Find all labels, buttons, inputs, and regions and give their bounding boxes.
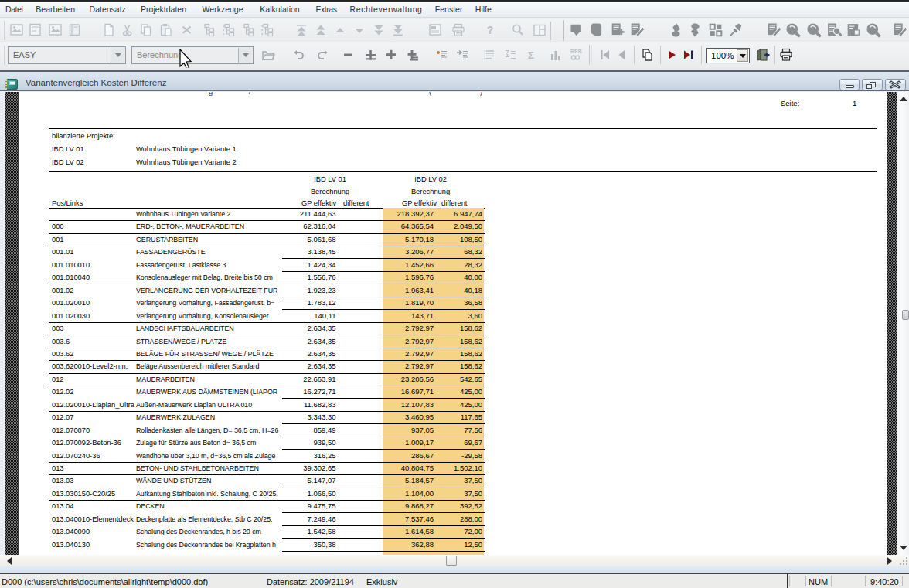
tb1-image[interactable]	[48, 22, 63, 38]
tb1-report[interactable]	[9, 22, 25, 38]
tb1-layout[interactable]	[532, 22, 547, 38]
tb1-up[interactable]	[332, 22, 348, 38]
tb1-edit2[interactable]	[766, 22, 781, 38]
mdi-titlebar: Variantenvergleich Kosten Differenz	[0, 72, 909, 91]
row24-pos: 013.04	[52, 502, 73, 510]
tb1-preview[interactable]	[427, 22, 443, 38]
tb2-golist2[interactable]	[455, 47, 471, 63]
tb1-pgdn[interactable]	[371, 22, 386, 38]
tb1-qmag3[interactable]	[866, 22, 881, 38]
tb2-plus[interactable]	[383, 47, 399, 63]
hatch-left	[5, 92, 19, 555]
combo-berechnung[interactable]: Berechnung	[131, 46, 254, 64]
menu-Extras[interactable]: Extras	[315, 5, 336, 14]
tb1-edit3[interactable]	[892, 22, 907, 38]
tb1-docF[interactable]	[846, 22, 861, 38]
vscroll	[897, 92, 909, 555]
tb1-bag[interactable]	[589, 22, 604, 38]
tb1-search[interactable]	[510, 22, 526, 38]
hthumb[interactable]	[446, 556, 457, 566]
tb2-golist1[interactable]	[434, 47, 450, 63]
tb1-docedit[interactable]	[629, 22, 645, 38]
tb2-plusdoc[interactable]	[363, 47, 379, 63]
tb2-print[interactable]	[778, 47, 794, 63]
tb2-reb[interactable]: REB	[569, 47, 584, 63]
row8-desc: Verlängerung Vorhaltung, Fassadengerüst,…	[136, 299, 274, 307]
tb2-exit[interactable]	[754, 47, 770, 63]
tb1-handdn[interactable]	[688, 22, 703, 38]
row3-n3: 108,50	[417, 236, 482, 243]
tb2-plusstack[interactable]	[405, 47, 420, 63]
tb2-pages[interactable]	[639, 47, 655, 63]
tb1-tree4[interactable]	[260, 22, 275, 38]
tb1-handup[interactable]	[668, 22, 683, 38]
tb1-qmag1[interactable]	[785, 22, 801, 38]
btn-close[interactable]	[885, 79, 906, 91]
tb2-playend[interactable]	[681, 47, 696, 63]
row24-n3: 392,52	[417, 502, 482, 510]
tb1-new[interactable]	[101, 22, 117, 38]
menu-Fenster[interactable]: Fenster	[435, 5, 463, 14]
row3-n1: 5.061,68	[263, 236, 336, 243]
tb2-redo[interactable]	[315, 47, 331, 63]
menu-Datensatz[interactable]: Datensatz	[90, 5, 126, 14]
combo-easy[interactable]: EASY	[8, 46, 126, 64]
tb2-list[interactable]	[482, 47, 497, 63]
tb1-paste[interactable]	[158, 22, 174, 38]
tb1-bottom[interactable]	[390, 22, 406, 38]
tb2-open[interactable]	[260, 47, 276, 63]
tb2-sigmalist[interactable]	[503, 47, 519, 63]
frame-left	[0, 92, 5, 555]
row5-n1: 1.424,34	[263, 261, 336, 269]
row1-n3: 6.947,74	[417, 210, 482, 218]
tb1-grid[interactable]	[708, 22, 723, 38]
tb1-print[interactable]	[451, 22, 466, 38]
tb1-tree2[interactable]	[221, 22, 237, 38]
tb1-help[interactable]: ?	[482, 22, 498, 38]
tb1-letter[interactable]	[28, 22, 43, 38]
tb2-play[interactable]	[664, 47, 679, 63]
menu-Datei[interactable]: Datei	[5, 5, 22, 14]
menu-Werkzeuge[interactable]: Werkzeuge	[203, 5, 243, 14]
tb2-undo[interactable]	[291, 47, 306, 63]
row1-n1: 211.444,63	[263, 210, 336, 218]
row14-desc: MAUERARBEITEN	[136, 376, 195, 383]
tb1-cut[interactable]	[120, 22, 135, 38]
menu-Hilfe[interactable]: Hilfe	[475, 5, 492, 14]
tb2-prev[interactable]	[615, 47, 630, 63]
tb2-first[interactable]	[598, 47, 614, 63]
tb1-docplus[interactable]	[610, 22, 625, 38]
tb1-tree3[interactable]	[240, 22, 256, 38]
tb1-book[interactable]	[67, 22, 83, 38]
row16-n3: 425,00	[417, 401, 482, 409]
menu-Rechteverwaltung[interactable]: Rechteverwaltung	[350, 5, 423, 14]
row14-n3: 542,65	[417, 376, 482, 383]
tb1-top[interactable]	[294, 22, 309, 38]
menu-Kalkulation[interactable]: Kalkulation	[260, 5, 299, 14]
tb1-copy[interactable]	[138, 22, 154, 38]
row3-desc: GERÜSTARBEITEN	[136, 236, 198, 243]
tb2-sigma[interactable]: Σ	[523, 47, 539, 63]
vthumb[interactable]	[902, 310, 909, 320]
row13-n1: 2.634,35	[263, 362, 336, 370]
menu-Projektdaten[interactable]: Projektdaten	[141, 5, 186, 14]
tb1-pin[interactable]	[728, 22, 744, 38]
menu-Bearbeiten[interactable]: Bearbeiten	[36, 5, 75, 14]
tb1-tree1[interactable]	[201, 22, 216, 38]
zoom-combo[interactable]: 100%	[706, 48, 750, 63]
tb2-minus[interactable]	[341, 47, 356, 63]
btn-restore[interactable]	[862, 79, 883, 91]
tb1-qmag2[interactable]	[806, 22, 822, 38]
tb2-chart[interactable]	[548, 47, 563, 63]
tb1-import[interactable]	[570, 22, 585, 38]
row24-desc: DECKEN	[136, 502, 165, 510]
row20-n1: 316,25	[263, 452, 336, 460]
hscroll	[0, 555, 909, 566]
tb1-pgup[interactable]	[313, 22, 329, 38]
btn-min[interactable]	[839, 79, 860, 91]
tb1-down[interactable]	[352, 22, 367, 38]
tb1-docmag[interactable]	[826, 22, 842, 38]
row1-desc: Wohnhaus Tübingen Variante 2	[136, 210, 230, 218]
tb1-delete[interactable]	[179, 22, 195, 38]
status-datensatz: Datensatz: 2009/21194	[267, 577, 354, 586]
